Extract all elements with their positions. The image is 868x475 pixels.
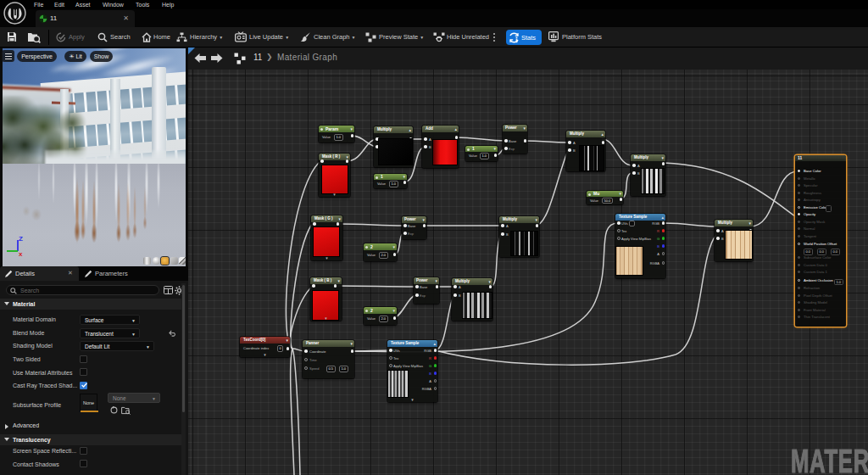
svg-text:Z: Z <box>19 235 23 243</box>
svg-text:x: x <box>19 250 23 258</box>
